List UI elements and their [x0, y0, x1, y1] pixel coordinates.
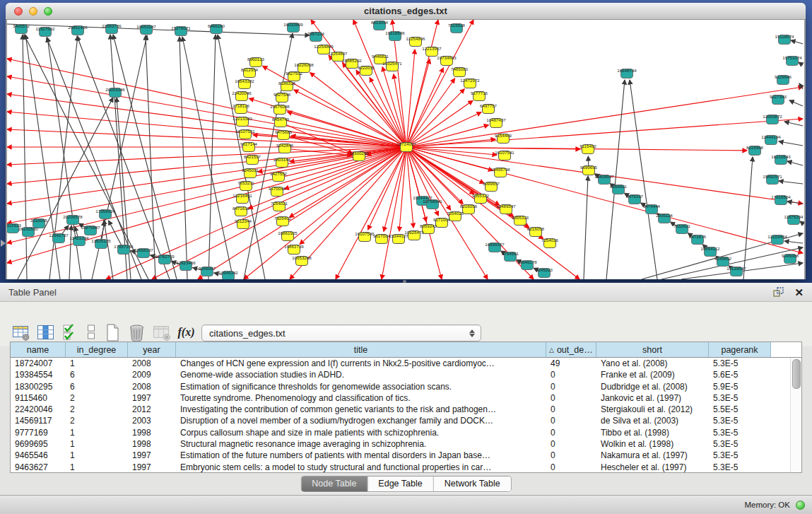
delete-table-button[interactable]	[152, 322, 171, 342]
select-all-button[interactable]	[61, 322, 80, 342]
close-panel-icon[interactable]: ✕	[794, 287, 804, 298]
graph-node-label: 8186328	[278, 81, 296, 86]
graph-edge	[779, 141, 803, 146]
graph-node-label: 11254807	[328, 51, 348, 56]
graph-node-label: 10653287	[136, 24, 156, 29]
table-cell: 2	[66, 415, 128, 426]
new-column-button[interactable]	[102, 322, 122, 342]
table-row[interactable]: 969969511998Structural magnetic resonanc…	[11, 438, 801, 450]
table-header: namein_degreeyeartitle△out_de…shortpager…	[11, 342, 801, 358]
float-panel-icon[interactable]	[773, 287, 784, 298]
graph-node-label: 8813054	[371, 20, 389, 25]
table-row[interactable]: 911546021997Tourette syndrome. Phenomeno…	[11, 392, 801, 404]
graph-node-label: 8216059	[460, 204, 478, 209]
table-cell: 19384554	[11, 369, 66, 380]
table-row[interactable]: 977716911998Corpus callosum shape and si…	[11, 427, 801, 438]
graph-node-label: 12103454	[767, 234, 787, 239]
select-column-button[interactable]	[36, 322, 55, 342]
network-graph[interactable]: 3405572115276022089140622083756106532871…	[7, 20, 804, 279]
graph-node-label: 2935114	[656, 213, 673, 218]
graph-edge	[180, 37, 187, 279]
column-header-title[interactable]: title	[176, 342, 546, 357]
panel-collapse-arrow[interactable]	[1, 240, 6, 247]
graph-node-label: 16107545	[355, 231, 375, 236]
graph-node-label: 16999357	[485, 242, 505, 247]
graph-node-label: 19734603	[437, 55, 457, 60]
table-settings-button[interactable]	[11, 322, 30, 342]
tab-node-table[interactable]: Node Table	[301, 477, 367, 491]
table-cell: Corpus callosum shape and size in male p…	[176, 427, 546, 438]
checklist-icon	[62, 323, 79, 341]
dropdown-stepper-icon	[465, 329, 481, 337]
table-cell: 0	[546, 381, 596, 392]
graph-node-label: 15892971	[763, 174, 782, 179]
graph-node-label: 3405572	[13, 23, 30, 28]
table-cell: 5.3E-5	[709, 415, 771, 426]
table-row[interactable]: 2242004622012Investigating the contribut…	[11, 404, 801, 415]
graph-node-label: 7485083	[451, 66, 469, 71]
table-row[interactable]: 1456911722003Disruption of a novel membe…	[11, 415, 801, 426]
graph-node-label: 8958921	[610, 184, 628, 189]
graph-edge	[7, 147, 406, 263]
graph-node-label: 9245088	[782, 253, 799, 258]
table-scrollbar[interactable]	[790, 358, 801, 472]
graph-node-label: 8959243	[420, 223, 437, 228]
table-cell: Yano et al. (2008)	[596, 358, 709, 369]
column-header-pagerank[interactable]: pagerank	[709, 342, 771, 357]
graph-node-label: 12213383	[233, 116, 252, 121]
table-row[interactable]: 946554611997Estimation of the future num…	[11, 450, 801, 461]
function-builder-button[interactable]: f(x)	[177, 322, 196, 342]
table-cell: 1	[66, 358, 128, 369]
table-row[interactable]: 1830029562008Estimation of significance …	[11, 381, 801, 392]
tab-network-table[interactable]: Network Table	[434, 477, 511, 491]
graph-node-label: 10758941	[423, 199, 442, 204]
column-header-in_degree[interactable]: in_degree	[66, 342, 128, 357]
graph-edge	[584, 176, 588, 279]
table-cell: Genome-wide association studies in ADHD.	[176, 369, 546, 380]
graph-node-label: 16861925	[278, 230, 298, 235]
table-cell: 14569117	[11, 415, 66, 426]
graph-node-label: 19218596	[385, 30, 405, 35]
graph-node-label: 12213957	[422, 46, 442, 51]
graph-node-label: 8421597	[244, 154, 261, 159]
graph-node-label: 9171004	[433, 217, 451, 222]
table-select-value: citations_edges.txt	[202, 328, 465, 339]
unselect-all-button[interactable]	[86, 322, 97, 342]
graph-edge	[7, 59, 406, 147]
table-select-dropdown[interactable]: citations_edges.txt	[201, 325, 481, 341]
network-canvas[interactable]: 3405572115276022089140622083756106532871…	[7, 20, 804, 279]
tab-edge-table[interactable]: Edge Table	[367, 477, 433, 491]
table-cell: 2	[66, 404, 128, 415]
table-cell: 5.3E-5	[709, 392, 771, 404]
column-header-out_de[interactable]: △out_de…	[546, 342, 596, 357]
table-cell: 0	[546, 404, 596, 415]
column-header-short[interactable]: short	[596, 342, 709, 357]
graph-node-label: 12472972	[460, 78, 480, 83]
table-row[interactable]: 1938455462009Genome-wide association stu…	[11, 369, 801, 380]
table-cell: 2003	[128, 415, 176, 426]
table-cell: 2008	[128, 381, 176, 392]
table-row[interactable]: 946362711997Embryonic stem cells: a mode…	[11, 462, 801, 473]
graph-node-label: 20891406	[68, 25, 88, 30]
memory-status-label: Memory: OK	[744, 501, 790, 509]
table-cell: Embryonic stem cells: a model to study s…	[176, 462, 546, 473]
graph-node-label: 9512344	[235, 218, 252, 223]
scrollbar-thumb[interactable]	[792, 359, 801, 389]
delete-table-icon	[153, 323, 171, 341]
window-titlebar[interactable]: citations_edges.txt	[6, 3, 806, 20]
graph-node-label: 17957256	[114, 244, 134, 249]
table-row[interactable]: 1872400712008Changes of HCN gene express…	[11, 358, 801, 369]
column-header-year[interactable]: year	[128, 342, 176, 357]
table-body: 1872400712008Changes of HCN gene express…	[11, 358, 801, 473]
table-cell: 6	[66, 369, 128, 380]
graph-node-label: 9827502	[286, 71, 303, 76]
delete-column-button[interactable]	[127, 322, 146, 342]
column-header-name[interactable]: name	[11, 342, 66, 357]
graph-node-label: 11451334	[69, 235, 89, 240]
graph-node-label: 10975887	[81, 225, 100, 230]
table-panel-title: Table Panel	[8, 287, 773, 298]
trash-icon	[128, 323, 146, 342]
graph-node-label: 7632621	[673, 223, 691, 228]
graph-node-label: 10325471	[382, 61, 402, 66]
memory-status-indicator-icon[interactable]	[796, 501, 805, 510]
